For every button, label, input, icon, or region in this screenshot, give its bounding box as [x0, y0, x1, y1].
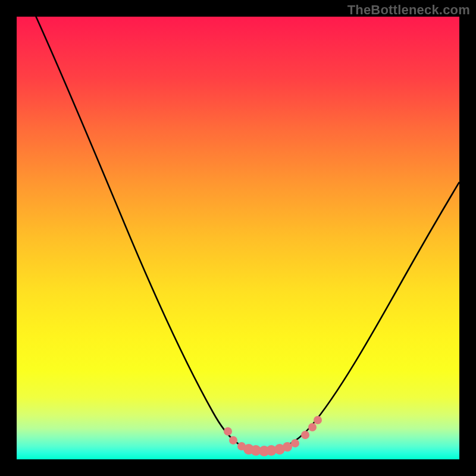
- curve-layer: [17, 17, 459, 459]
- svg-point-10: [301, 431, 309, 439]
- svg-point-0: [224, 427, 232, 436]
- svg-point-12: [314, 416, 322, 424]
- svg-point-8: [283, 442, 292, 452]
- bottleneck-curve: [33, 17, 459, 451]
- svg-point-9: [291, 439, 299, 447]
- plot-area: [17, 17, 459, 459]
- marker-beads: [224, 416, 322, 456]
- chart-frame: TheBottleneck.com: [0, 0, 476, 476]
- svg-point-11: [308, 423, 317, 431]
- svg-point-1: [229, 436, 237, 444]
- watermark-text: TheBottleneck.com: [347, 2, 470, 18]
